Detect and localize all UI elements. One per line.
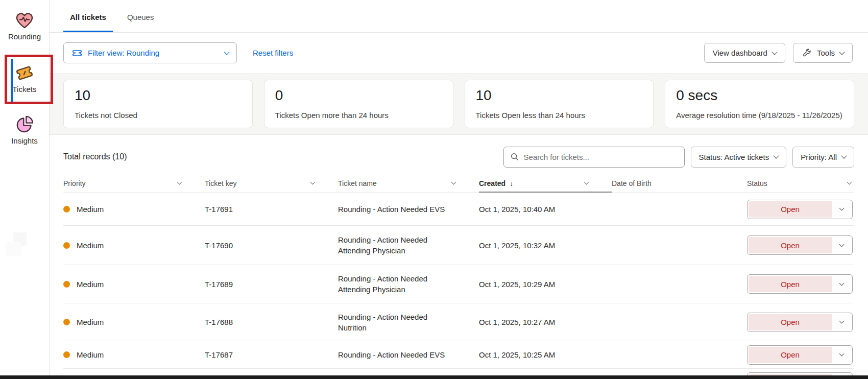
ticket-key: T-17687 [205,350,338,359]
chevron-down-icon[interactable] [310,180,316,185]
priority-value: Medium [77,318,104,326]
priority-medium-dot [63,281,70,288]
chevron-down-icon[interactable] [832,314,851,330]
column-label: Priority [63,179,86,187]
chevron-down-icon [773,153,779,158]
stat-label: Tickets not Closed [75,111,242,120]
tools-label: Tools [817,49,835,57]
filter-view-dropdown[interactable]: Filter view: Rounding [63,42,237,63]
sidebar-item-rounding[interactable]: Rounding [0,10,49,41]
main-content: All tickets Queues Filter view: Rounding… [50,0,868,379]
status-filter-dropdown[interactable]: Status: Active tickets [691,147,787,168]
chevron-down-icon[interactable] [832,347,851,363]
column-header-ticket-key[interactable]: Ticket key [205,174,338,193]
priority-filter-dropdown[interactable]: Priority: All [792,147,854,168]
column-label: Created [479,179,505,187]
column-header-date-of-birth: Date of Birth [612,174,747,193]
faint-ghost-icon [6,232,30,256]
sidebar-item-tickets[interactable]: Tickets [0,63,49,93]
status-dropdown[interactable]: Open [747,345,853,365]
reset-filters-link[interactable]: Reset filters [253,49,293,57]
app-window: Rounding Tickets Insights [0,0,868,379]
chevron-down-icon [224,49,229,55]
tab-all-tickets[interactable]: All tickets [63,0,113,32]
stat-value: 10 [476,87,643,104]
search-icon [510,152,519,161]
chevron-down-icon[interactable] [584,180,589,185]
ticket-name: Rounding - Action Needed Attending Physi… [338,273,448,295]
table-row[interactable]: Medium T-17688 Rounding - Action Needed … [63,303,854,341]
column-label: Date of Birth [612,179,652,187]
ticket-key: T-17690 [205,241,338,250]
sidebar: Rounding Tickets Insights [0,0,50,379]
chevron-down-icon[interactable] [832,276,851,292]
chevron-down-icon[interactable] [832,201,851,218]
priority-medium-dot [63,319,70,325]
status-badge: Open [749,237,832,253]
ticket-name: Rounding - Action Needed Nutrition [338,312,448,333]
ticket-name: Rounding - Action Needed EVS [338,204,445,215]
column-label: Ticket key [205,179,237,187]
status-badge: Open [749,314,832,330]
column-label: Ticket name [338,179,377,187]
stat-cards-band: 10 Tickets not Closed 0 Tickets Open mor… [50,73,868,135]
ticket-key: T-17689 [205,280,338,289]
stat-value: 10 [75,87,242,104]
tools-button[interactable]: Tools [793,43,853,63]
table-row[interactable]: Medium T-17689 Rounding - Action Needed … [63,265,854,303]
table-toolbar: Total records (10) Status: Active ticket… [50,135,868,174]
chevron-down-icon [841,153,847,158]
sidebar-item-insights[interactable]: Insights [0,114,49,145]
stat-value: 0 [275,87,442,104]
status-filter-label: Status: Active tickets [699,153,769,161]
column-header-ticket-name[interactable]: Ticket name [338,174,479,193]
stat-value: 0 secs [676,87,843,104]
stat-label: Tickets Open less than 24 hours [476,111,643,120]
chevron-down-icon[interactable] [177,180,182,185]
table-row[interactable]: Medium T-17691 Rounding - Action Needed … [63,193,854,226]
chevron-down-icon[interactable] [847,180,852,185]
status-dropdown[interactable]: Open [747,235,853,255]
stat-card-open-more-24h: 0 Tickets Open more than 24 hours [264,80,453,128]
priority-value: Medium [77,280,104,289]
column-header-created[interactable]: Created ↓ [479,174,612,193]
sidebar-item-label: Tickets [13,85,37,93]
created-value: Oct 1, 2025, 10:27 AM [479,318,612,326]
chevron-down-icon [839,49,845,55]
view-dashboard-button[interactable]: View dashboard [704,43,785,63]
created-value: Oct 1, 2025, 10:25 AM [479,350,612,359]
pie-chart-icon [14,114,35,135]
view-dashboard-label: View dashboard [713,49,767,57]
filter-toolbar: Filter view: Rounding Reset filters View… [50,33,868,73]
ticket-key: T-17688 [205,318,338,326]
tickets-panel: Total records (10) Status: Active ticket… [50,135,868,379]
stat-card-avg-resolution-time: 0 secs Average resolution time (9/18/202… [665,80,854,128]
ticket-name: Rounding - Action Needed EVS [338,349,445,360]
table-row[interactable]: Medium T-17690 Rounding - Action Needed … [63,226,854,265]
tab-queues[interactable]: Queues [120,0,161,32]
chevron-down-icon [771,49,777,55]
status-dropdown[interactable]: Open [747,200,853,219]
table-row[interactable]: Medium T-17687 Rounding - Action Needed … [63,341,854,369]
stat-label: Tickets Open more than 24 hours [275,111,442,120]
status-dropdown[interactable]: Open [747,274,853,294]
priority-medium-dot [63,206,70,212]
column-header-status[interactable]: Status [747,174,854,193]
active-item-indicator [11,59,13,102]
ticket-key: T-17691 [205,205,338,214]
tab-label: All tickets [70,13,106,21]
table-row-partial[interactable]: Open [63,369,854,375]
chevron-down-icon[interactable] [832,237,851,253]
created-value: Oct 1, 2025, 10:29 AM [479,280,612,289]
status-dropdown[interactable]: Open [747,313,853,332]
priority-value: Medium [77,350,104,359]
search-box[interactable] [503,147,685,168]
sidebar-item-label: Insights [11,136,38,145]
ticket-outline-icon [71,48,83,59]
search-input[interactable] [524,153,678,161]
column-header-priority[interactable]: Priority [63,174,205,193]
chevron-down-icon[interactable] [451,180,456,185]
bottom-screen-edge-bar [0,375,868,379]
priority-value: Medium [77,241,104,250]
stat-card-open-less-24h: 10 Tickets Open less than 24 hours [465,80,654,128]
